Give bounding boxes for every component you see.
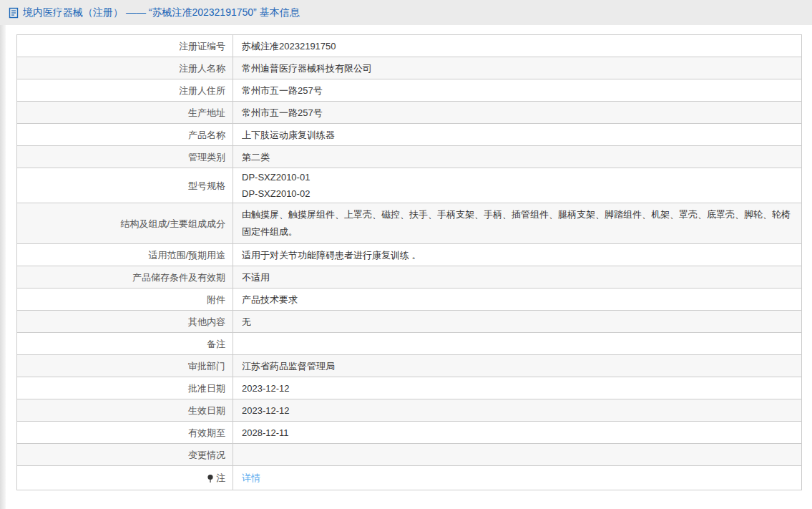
details-link[interactable]: 详情: [242, 472, 260, 484]
row-value-line: DP-SXZ2010-02: [242, 185, 310, 202]
page-header: 境内医疗器械（注册） —— “苏械注准20232191750” 基本信息: [0, 0, 812, 25]
row-value: 无: [233, 311, 801, 332]
info-table: 注册证编号苏械注准20232191750注册人名称常州迪普医疗器械科技有限公司注…: [16, 34, 802, 490]
row-label: 管理类别: [17, 146, 233, 168]
row-label: 附件: [17, 289, 233, 310]
row-label: 备注: [17, 333, 233, 354]
document-icon: [9, 7, 19, 19]
page-left-edge-shadow: [0, 0, 6, 509]
row-value: 常州市五一路257号: [233, 79, 801, 101]
table-row: 产品名称上下肢运动康复训练器: [17, 124, 801, 146]
table-row: 其他内容无: [17, 311, 801, 333]
row-value: 由触摸屏、触摸屏组件、上罩壳、磁控、扶手、手柄支架、手柄、插管组件、腿柄支架、脚…: [233, 203, 801, 243]
row-label: 注册证编号: [17, 35, 233, 57]
row-label: 适用范围/预期用途: [17, 244, 233, 266]
page-title: 境内医疗器械（注册） —— “苏械注准20232191750” 基本信息: [23, 6, 300, 19]
table-row: 附件产品技术要求: [17, 289, 801, 311]
table-row: 变更情况: [17, 444, 801, 466]
row-label: 注册人住所: [17, 79, 233, 101]
row-label: 产品名称: [17, 124, 233, 145]
row-value: 2028-12-11: [233, 422, 801, 443]
row-value: [233, 444, 801, 465]
table-row: 有效期至2028-12-11: [17, 422, 801, 444]
row-label: 注: [17, 466, 233, 490]
table-row: 型号规格DP-SXZ2010-01DP-SXZ2010-02: [17, 168, 801, 203]
row-label: 审批部门: [17, 355, 233, 377]
row-value: 适用于对关节功能障碍患者进行康复训练 。: [233, 244, 801, 266]
table-row: 批准日期2023-12-12: [17, 377, 801, 399]
row-value: DP-SXZ2010-01DP-SXZ2010-02: [233, 168, 801, 203]
table-row: 生效日期2023-12-12: [17, 399, 801, 422]
row-value: 不适用: [233, 266, 801, 288]
row-label: 变更情况: [17, 444, 233, 465]
row-value: [233, 333, 801, 354]
row-value: 苏械注准20232191750: [233, 35, 801, 57]
row-value: 2023-12-12: [233, 377, 801, 399]
table-row: 管理类别第二类: [17, 146, 801, 168]
table-row: 审批部门江苏省药品监督管理局: [17, 355, 801, 377]
row-value: 江苏省药品监督管理局: [233, 355, 801, 377]
row-label: 结构及组成/主要组成成分: [17, 203, 233, 243]
row-label: 注册人名称: [17, 57, 233, 79]
row-label: 有效期至: [17, 422, 233, 443]
table-row: 注册证编号苏械注准20232191750: [17, 35, 801, 57]
row-label: 产品储存条件及有效期: [17, 266, 233, 288]
row-label: 批准日期: [17, 377, 233, 399]
row-value: 详情: [233, 466, 801, 490]
table-row: 产品储存条件及有效期不适用: [17, 266, 801, 289]
row-value: 产品技术要求: [233, 289, 801, 310]
row-value: 常州市五一路257号: [233, 102, 801, 123]
row-value: 上下肢运动康复训练器: [233, 124, 801, 145]
table-row: 注详情: [17, 466, 801, 490]
table-row: 注册人住所常州市五一路257号: [17, 79, 801, 102]
table-row: 备注: [17, 333, 801, 355]
row-value: 常州迪普医疗器械科技有限公司: [233, 57, 801, 79]
row-value: 第二类: [233, 146, 801, 168]
pin-icon: [207, 474, 214, 484]
row-value: 2023-12-12: [233, 399, 801, 421]
row-label: 型号规格: [17, 168, 233, 203]
table-row: 注册人名称常州迪普医疗器械科技有限公司: [17, 57, 801, 79]
row-label: 其他内容: [17, 311, 233, 332]
row-label: 生产地址: [17, 102, 233, 123]
table-row: 适用范围/预期用途适用于对关节功能障碍患者进行康复训练 。: [17, 244, 801, 266]
table-row: 生产地址常州市五一路257号: [17, 102, 801, 124]
table-row: 结构及组成/主要组成成分由触摸屏、触摸屏组件、上罩壳、磁控、扶手、手柄支架、手柄…: [17, 203, 801, 244]
row-value-line: DP-SXZ2010-01: [242, 169, 310, 185]
row-label: 生效日期: [17, 399, 233, 421]
